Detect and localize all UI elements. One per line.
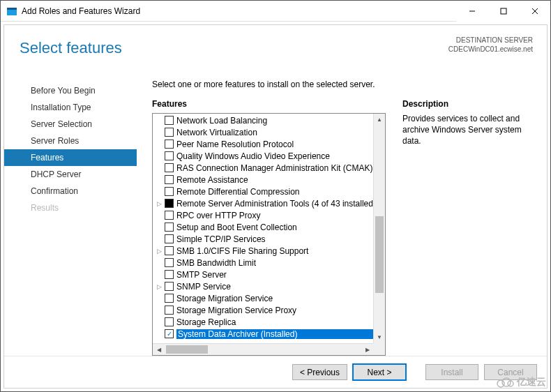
sidebar-item: Results xyxy=(4,199,137,216)
feature-label: Remote Server Administration Tools (4 of… xyxy=(176,199,373,209)
columns: Features Network Load BalancingNetwork V… xyxy=(137,99,541,356)
feature-checkbox[interactable] xyxy=(165,151,174,160)
feature-checkbox[interactable] xyxy=(165,211,174,220)
features-listbox[interactable]: Network Load BalancingNetwork Virtualiza… xyxy=(152,113,386,356)
feature-item[interactable]: Network Load Balancing xyxy=(153,114,373,126)
features-viewport: Network Load BalancingNetwork Virtualiza… xyxy=(153,114,373,343)
feature-checkbox[interactable] xyxy=(165,246,174,255)
feature-checkbox[interactable] xyxy=(165,175,174,184)
feature-checkbox[interactable] xyxy=(165,163,174,172)
feature-item[interactable]: ▷SNMP Service xyxy=(153,280,373,292)
cancel-button[interactable]: Cancel xyxy=(484,364,537,380)
description-heading: Description xyxy=(402,99,541,109)
feature-label: Setup and Boot Event Collection xyxy=(176,223,373,232)
previous-button[interactable]: < Previous xyxy=(292,364,347,380)
wizard-body: Before You BeginInstallation TypeServer … xyxy=(4,77,547,356)
main-panel: Select one or more features to install o… xyxy=(137,77,547,356)
feature-label: Peer Name Resolution Protocol xyxy=(176,140,373,149)
sidebar-item[interactable]: Server Roles xyxy=(4,133,137,149)
feature-checkbox[interactable] xyxy=(165,140,174,149)
sidebar-item[interactable]: Confirmation xyxy=(4,183,137,199)
feature-checkbox[interactable] xyxy=(165,329,174,338)
feature-label: Storage Migration Service Proxy xyxy=(176,306,373,315)
sidebar-item[interactable]: Features xyxy=(4,149,137,166)
feature-checkbox[interactable] xyxy=(165,116,174,125)
feature-item[interactable]: SMB Bandwidth Limit xyxy=(153,257,373,269)
feature-label: Network Load Balancing xyxy=(176,116,373,126)
svg-rect-3 xyxy=(501,8,506,14)
feature-checkbox[interactable] xyxy=(165,187,174,196)
page-heading: Select features xyxy=(20,39,122,57)
feature-item[interactable]: Storage Migration Service Proxy xyxy=(153,304,373,316)
features-heading: Features xyxy=(152,99,386,109)
feature-item[interactable]: Peer Name Resolution Protocol xyxy=(153,138,373,150)
feature-checkbox[interactable] xyxy=(165,223,174,232)
horizontal-scrollbar[interactable]: ◀ ▶ xyxy=(153,343,373,355)
expand-icon[interactable]: ▷ xyxy=(156,283,163,290)
sidebar-item[interactable]: DHCP Server xyxy=(4,166,137,183)
feature-item[interactable]: ▷Remote Server Administration Tools (4 o… xyxy=(153,197,373,209)
feature-label: System Data Archiver (Installed) xyxy=(176,329,373,339)
scroll-left-button[interactable]: ◀ xyxy=(153,344,165,355)
feature-checkbox[interactable] xyxy=(165,128,174,137)
expand-icon[interactable]: ▷ xyxy=(156,200,163,207)
feature-checkbox[interactable] xyxy=(165,199,174,208)
minimize-button[interactable] xyxy=(456,1,488,22)
footer: < Previous Next > Install Cancel xyxy=(4,356,547,388)
feature-label: Network Virtualization xyxy=(176,128,373,137)
titlebar: Add Roles and Features Wizard xyxy=(1,1,550,22)
feature-item[interactable]: ▷SMB 1.0/CIFS File Sharing Support xyxy=(153,245,373,257)
destination-label: DESTINATION SERVER xyxy=(448,36,533,45)
hscroll-track[interactable] xyxy=(165,344,361,355)
description-text: Provides services to collect and archive… xyxy=(402,113,541,147)
vertical-scrollbar[interactable]: ▲ ▼ xyxy=(373,114,385,343)
feature-checkbox[interactable] xyxy=(165,317,174,326)
feature-checkbox[interactable] xyxy=(165,258,174,267)
feature-label: Quality Windows Audio Video Experience xyxy=(176,151,373,161)
feature-checkbox[interactable] xyxy=(165,234,174,243)
header: Select features DESTINATION SERVER CDECW… xyxy=(4,25,547,67)
feature-item[interactable]: Remote Assistance xyxy=(153,174,373,186)
scroll-up-button[interactable]: ▲ xyxy=(374,114,385,126)
feature-item[interactable]: RPC over HTTP Proxy xyxy=(153,209,373,221)
feature-item[interactable]: Simple TCP/IP Services xyxy=(153,233,373,245)
feature-label: SMB 1.0/CIFS File Sharing Support xyxy=(176,246,373,256)
feature-checkbox[interactable] xyxy=(165,270,174,279)
destination-server: DESTINATION SERVER CDECWinDC01.ecwise.ne… xyxy=(448,36,533,54)
feature-item[interactable]: Quality Windows Audio Video Experience xyxy=(153,150,373,162)
feature-item[interactable]: SMTP Server xyxy=(153,269,373,280)
svg-rect-1 xyxy=(7,8,17,10)
scroll-thumb[interactable] xyxy=(375,216,384,293)
feature-item[interactable]: Remote Differential Compression xyxy=(153,186,373,197)
close-button[interactable] xyxy=(519,1,550,22)
feature-item[interactable]: Network Virtualization xyxy=(153,126,373,138)
expand-icon[interactable]: ▷ xyxy=(156,248,163,255)
feature-label: Storage Migration Service xyxy=(176,294,373,303)
install-button[interactable]: Install xyxy=(425,364,478,380)
feature-checkbox[interactable] xyxy=(165,294,174,303)
feature-item[interactable]: Storage Migration Service xyxy=(153,292,373,304)
scroll-track[interactable] xyxy=(374,126,385,331)
feature-item[interactable]: System Data Archiver (Installed) xyxy=(153,328,373,340)
wizard-window: Add Roles and Features Wizard Select fea… xyxy=(0,0,551,392)
feature-checkbox[interactable] xyxy=(165,282,174,291)
next-button[interactable]: Next > xyxy=(353,364,406,380)
sidebar-item[interactable]: Installation Type xyxy=(4,99,137,116)
sidebar-item[interactable]: Before You Begin xyxy=(4,82,137,99)
feature-label: Remote Differential Compression xyxy=(176,187,373,197)
feature-checkbox[interactable] xyxy=(165,306,174,315)
scroll-down-button[interactable]: ▼ xyxy=(374,331,385,343)
feature-label: Storage Replica xyxy=(176,317,373,327)
instruction-text: Select one or more features to install o… xyxy=(152,80,541,89)
feature-item[interactable]: Storage Replica xyxy=(153,316,373,328)
feature-item[interactable]: Setup and Boot Event Collection xyxy=(153,221,373,233)
hscroll-thumb[interactable] xyxy=(166,345,208,354)
window-title: Add Roles and Features Wizard xyxy=(22,6,456,16)
scroll-right-button[interactable]: ▶ xyxy=(361,344,373,355)
sidebar: Before You BeginInstallation TypeServer … xyxy=(4,77,137,356)
sidebar-item[interactable]: Server Selection xyxy=(4,116,137,133)
wizard-inner: Select features DESTINATION SERVER CDECW… xyxy=(3,24,548,389)
app-icon xyxy=(6,6,17,17)
feature-item[interactable]: RAS Connection Manager Administration Ki… xyxy=(153,162,373,174)
maximize-button[interactable] xyxy=(488,1,519,22)
